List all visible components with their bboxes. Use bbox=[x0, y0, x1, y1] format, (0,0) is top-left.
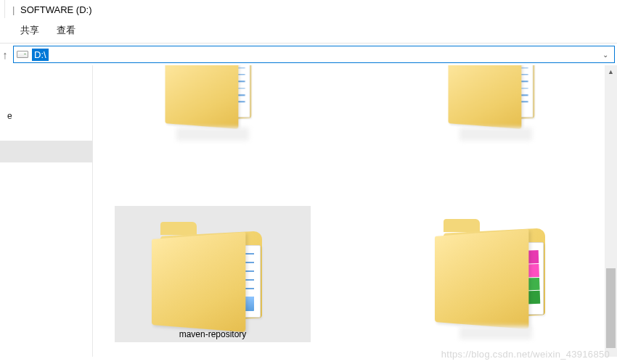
folder-icon bbox=[430, 206, 561, 322]
sidebar-item-selected[interactable] bbox=[0, 141, 92, 162]
ribbon-tabs: 共享 查看 bbox=[0, 18, 617, 44]
folder-icon bbox=[445, 65, 547, 123]
title-separator: | bbox=[12, 4, 15, 15]
scroll-thumb[interactable] bbox=[606, 268, 616, 348]
items-grid: maven-repository bbox=[93, 65, 617, 342]
folder-item[interactable] bbox=[115, 65, 311, 141]
address-bar[interactable]: D:\ ⌄ bbox=[13, 46, 615, 63]
address-dropdown[interactable]: ⌄ bbox=[600, 51, 611, 59]
folder-label-blurred bbox=[176, 128, 249, 141]
vertical-scrollbar[interactable]: ▲ bbox=[605, 65, 617, 357]
content-area[interactable]: maven-repository ▲ bbox=[93, 65, 617, 357]
navigation-pane[interactable]: e bbox=[0, 65, 93, 357]
folder-icon bbox=[147, 209, 278, 325]
folder-item[interactable] bbox=[398, 65, 594, 141]
folder-icon bbox=[162, 65, 263, 123]
tab-share[interactable]: 共享 bbox=[20, 24, 39, 37]
address-path[interactable]: D:\ bbox=[32, 49, 49, 61]
window-title: SOFTWARE (D:) bbox=[20, 4, 91, 15]
up-button[interactable]: ↑ bbox=[0, 49, 10, 61]
folder-item-maven-repository[interactable]: maven-repository bbox=[115, 206, 311, 342]
workspace: e bbox=[0, 65, 617, 357]
scroll-up-icon[interactable]: ▲ bbox=[605, 65, 617, 78]
window-titlebar: | SOFTWARE (D:) bbox=[4, 0, 617, 18]
folder-label-blurred bbox=[459, 326, 532, 339]
folder-label-blurred bbox=[459, 128, 532, 141]
address-bar-row: ↑ D:\ ⌄ bbox=[0, 44, 617, 65]
drive-icon bbox=[17, 51, 28, 58]
sidebar-item-partial[interactable]: e bbox=[0, 106, 92, 126]
tab-view[interactable]: 查看 bbox=[57, 24, 75, 37]
watermark-text: https://blog.csdn.net/weixin_43916850 bbox=[441, 349, 610, 360]
folder-item[interactable] bbox=[398, 206, 594, 342]
